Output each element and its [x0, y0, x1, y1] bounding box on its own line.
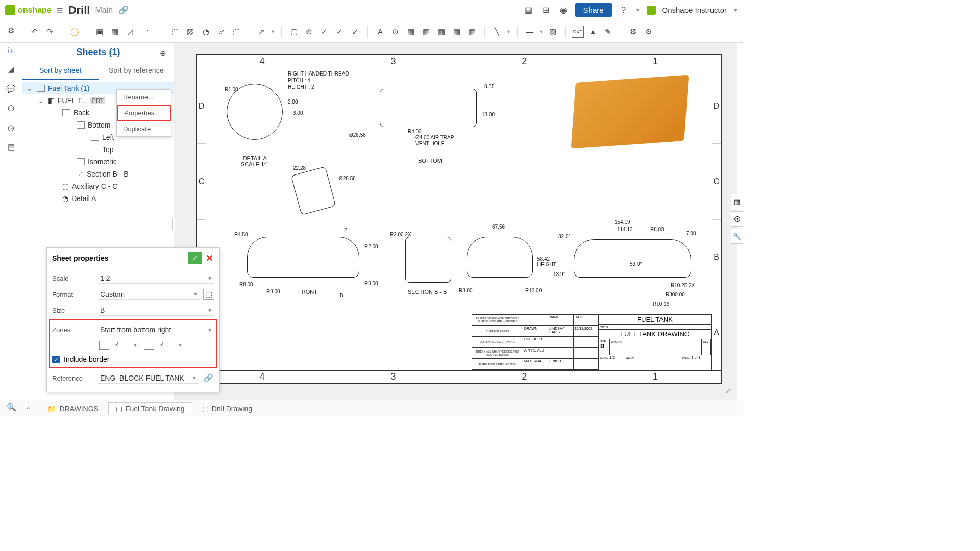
- help-icon[interactable]: ?: [618, 5, 629, 16]
- break-view-icon[interactable]: ⫽: [215, 26, 227, 38]
- feature-tree-icon[interactable]: ⚙: [5, 24, 17, 37]
- add-sheet-icon[interactable]: ⊕: [157, 47, 169, 59]
- redo-icon[interactable]: ↷: [43, 26, 56, 38]
- datum-icon[interactable]: ⊕: [303, 26, 315, 38]
- globe-icon[interactable]: ◉: [558, 5, 569, 16]
- revision-table-icon[interactable]: ▦: [451, 26, 463, 38]
- props-confirm-button[interactable]: ✓: [188, 252, 202, 264]
- tree-view-section[interactable]: ⟋Section B - B: [22, 168, 174, 180]
- hole-table-icon[interactable]: ▦: [435, 26, 448, 38]
- parts-list-icon[interactable]: ▦: [466, 26, 478, 38]
- format-settings-icon[interactable]: ⬚: [203, 289, 214, 300]
- insert-view-icon[interactable]: ▣: [93, 26, 106, 38]
- dxf-icon[interactable]: DXF: [572, 26, 584, 38]
- table-icon[interactable]: ▦: [405, 26, 417, 38]
- render-mode-icon[interactable]: ▦: [731, 194, 743, 209]
- weld-icon[interactable]: ↙: [349, 26, 361, 38]
- regen-icon[interactable]: ◯: [68, 26, 81, 38]
- back-view[interactable]: [467, 237, 533, 278]
- text-icon[interactable]: A: [374, 26, 386, 38]
- sort-by-reference-tab[interactable]: Sort by reference: [99, 62, 175, 80]
- user-dropdown-icon[interactable]: ▼: [733, 7, 738, 13]
- note-icon[interactable]: ▢: [288, 26, 300, 38]
- bom-icon[interactable]: ▦: [420, 26, 432, 38]
- ctx-properties[interactable]: Properties...: [117, 105, 171, 121]
- scale-dropdown[interactable]: 1:2▼: [98, 273, 214, 284]
- reference-dropdown[interactable]: ENG_BLOCK FUEL TANK▼: [98, 373, 199, 384]
- zones-dropdown[interactable]: Start from bottom right▼: [98, 324, 214, 335]
- user-name[interactable]: Onshape Instructor: [662, 6, 727, 14]
- drawing-canvas[interactable]: 4 3 2 1 4 3 2 1 D C B A D C B A DETAIL A: [175, 43, 737, 400]
- tree-view-top[interactable]: Top: [22, 143, 174, 156]
- line-icon[interactable]: ╲: [491, 26, 503, 38]
- format-dropdown[interactable]: Custom▼: [98, 289, 200, 300]
- link-icon[interactable]: 🔗: [118, 5, 129, 16]
- right-view[interactable]: [574, 239, 691, 278]
- front-view[interactable]: [247, 237, 359, 278]
- sort-by-sheet-tab[interactable]: Sort by sheet: [22, 62, 99, 80]
- drawings-folder-tab[interactable]: 📁 DRAWINGS: [40, 402, 106, 415]
- app-logo[interactable]: onshape: [5, 5, 52, 15]
- wrench-icon[interactable]: 🔧: [731, 229, 743, 244]
- section-view[interactable]: [405, 237, 451, 283]
- image-icon[interactable]: ▲: [587, 26, 599, 38]
- hamburger-icon[interactable]: ≡: [57, 4, 63, 17]
- cube-icon[interactable]: ⬡: [5, 102, 17, 114]
- broken-section-icon[interactable]: ▨: [184, 26, 197, 38]
- crop-view-icon[interactable]: ⬚: [230, 26, 242, 38]
- include-border-row[interactable]: ✓ Include border: [52, 353, 214, 366]
- search-tabs-icon[interactable]: 🔍: [5, 401, 17, 413]
- projected-view-icon[interactable]: ◿: [124, 26, 136, 38]
- app-icon-2[interactable]: ⊞: [541, 5, 552, 16]
- document-title[interactable]: Drill: [68, 4, 90, 17]
- centerline-icon[interactable]: —: [524, 26, 536, 38]
- aux-view-icon[interactable]: ⟋: [139, 26, 152, 38]
- home-tab[interactable]: ⌂: [18, 402, 38, 415]
- four-view-icon[interactable]: ▦: [109, 26, 121, 38]
- snap-icon[interactable]: ⦿: [731, 211, 743, 227]
- undo-icon[interactable]: ↶: [28, 26, 40, 38]
- isometric-view[interactable]: [571, 74, 689, 148]
- section-view-icon[interactable]: ⬚: [169, 26, 181, 38]
- zone-rows-dropdown[interactable]: 4▼: [158, 340, 185, 350]
- edit-icon[interactable]: ✎: [602, 26, 615, 38]
- share-button[interactable]: Share: [575, 3, 612, 17]
- appearance-icon[interactable]: ◢: [5, 63, 17, 76]
- inspect-icon[interactable]: ⚙: [627, 26, 640, 38]
- centerline-dropdown-icon[interactable]: ▼: [539, 29, 544, 34]
- tree-view-detail[interactable]: ◔Detail A: [22, 192, 174, 205]
- zone-cols-dropdown[interactable]: 4▼: [113, 340, 140, 350]
- dimension-icon[interactable]: ↗: [255, 26, 267, 38]
- chevron-down-icon[interactable]: ⌄: [27, 84, 34, 92]
- bottom-view[interactable]: [380, 89, 477, 127]
- dimension-dropdown-icon[interactable]: ▼: [271, 29, 275, 34]
- tree-view-iso[interactable]: Isometric: [22, 156, 174, 168]
- drill-tab[interactable]: ▢ Drill Drawing: [194, 402, 260, 415]
- balloon-icon[interactable]: ⊙: [389, 26, 402, 38]
- aux-view[interactable]: [291, 166, 336, 215]
- tree-view-aux[interactable]: ⬚Auxiliary C - C: [22, 180, 174, 192]
- timer-icon[interactable]: ◷: [5, 121, 17, 134]
- workspace-name[interactable]: Main: [95, 6, 113, 15]
- surface-finish-icon[interactable]: ✓: [334, 26, 346, 38]
- chevron-down-icon[interactable]: ⌄: [38, 96, 45, 105]
- title-block[interactable]: UNLESS OTHERWISE SPECIFIED, DIMENSIONS A…: [472, 314, 712, 370]
- link-icon[interactable]: 🔗: [202, 372, 214, 384]
- measure-icon[interactable]: ⚙: [643, 26, 655, 38]
- list-icon[interactable]: ▤: [5, 141, 17, 153]
- expand-icon[interactable]: ⤢: [722, 385, 734, 397]
- add-feature-icon[interactable]: i+: [5, 44, 17, 56]
- ctx-rename[interactable]: Rename...: [117, 90, 171, 105]
- size-dropdown[interactable]: B▼: [98, 305, 214, 316]
- detail-view-icon[interactable]: ◔: [200, 26, 212, 38]
- app-icon-1[interactable]: ▦: [523, 5, 534, 16]
- line-dropdown-icon[interactable]: ▼: [506, 29, 511, 34]
- ctx-duplicate[interactable]: Duplicate: [117, 121, 171, 136]
- comment-icon[interactable]: 💬: [5, 83, 17, 95]
- props-cancel-button[interactable]: ✕: [204, 253, 214, 264]
- help-dropdown-icon[interactable]: ▼: [635, 7, 641, 13]
- gtol-icon[interactable]: ✓: [318, 26, 331, 38]
- hatch-icon[interactable]: ▨: [547, 26, 559, 38]
- checkbox-checked-icon[interactable]: ✓: [52, 356, 60, 363]
- fuel-tank-tab[interactable]: ▢ Fuel Tank Drawing: [108, 402, 192, 415]
